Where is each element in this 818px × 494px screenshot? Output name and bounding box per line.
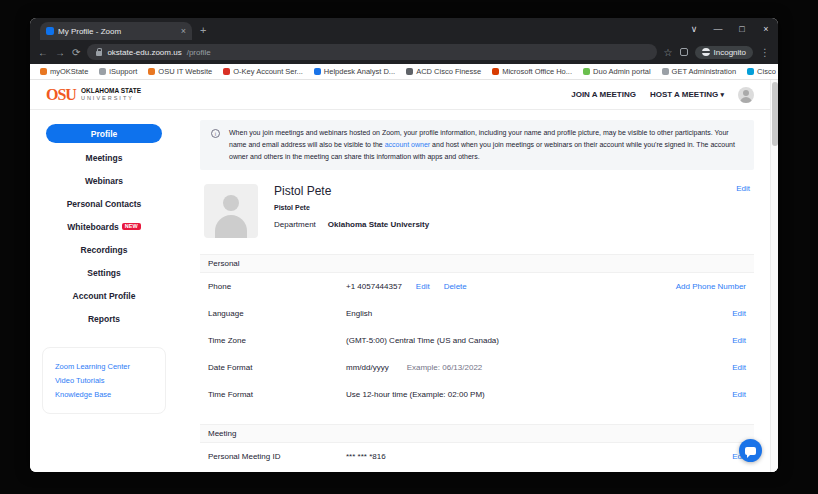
bookmark-item[interactable]: myOKState: [40, 67, 88, 76]
chat-help-button[interactable]: [739, 439, 762, 462]
bookmark-item[interactable]: Helpdesk Analyst D...: [314, 67, 395, 76]
phone-delete-link[interactable]: Delete: [444, 282, 467, 291]
sidebar-item-account-profile[interactable]: Account Profile: [30, 285, 178, 306]
tab-close-icon[interactable]: ×: [181, 27, 186, 36]
browser-toolbar: ← → ⟳ okstate-edu.zoom.us/profile ☆ Inco…: [30, 40, 778, 64]
bookmarks-bar: myOKState iSupport OSU IT Website O-Key …: [30, 64, 778, 80]
menu-kebab-icon[interactable]: ⋮: [760, 47, 770, 58]
department-label: Department: [274, 220, 316, 229]
osu-logo-name: OKLAHOMA STATE: [81, 87, 141, 95]
page-scrollbar[interactable]: [770, 80, 778, 472]
zoom-site-header: OSU OKLAHOMA STATE UNIVERSITY JOIN A MEE…: [30, 80, 770, 110]
bookmark-item[interactable]: OSU IT Website: [148, 67, 212, 76]
browser-tab[interactable]: My Profile - Zoom ×: [40, 22, 192, 40]
tab-search-icon[interactable]: ∨: [682, 18, 706, 40]
sidebar-item-meetings[interactable]: Meetings: [30, 147, 178, 168]
row-time-zone: Time Zone (GMT-5:00) Central Time (US an…: [200, 327, 754, 354]
user-avatar[interactable]: [738, 87, 754, 103]
bookmark-item[interactable]: O-Key Account Ser...: [223, 67, 303, 76]
reload-icon[interactable]: ⟳: [72, 47, 80, 58]
knowledge-base-link[interactable]: Knowledge Base: [55, 390, 153, 399]
section-header-meeting: Meeting: [200, 424, 754, 443]
row-phone: Phone +1 4057444357 Edit Delete Add Phon…: [200, 273, 754, 300]
bookmark-favicon-icon: [223, 68, 230, 75]
profile-main: i When you join meetings and webinars ho…: [178, 110, 770, 472]
extensions-icon[interactable]: [680, 48, 688, 56]
chat-icon: [745, 447, 756, 455]
join-a-meeting-link[interactable]: JOIN A MEETING: [571, 90, 636, 99]
bookmark-star-icon[interactable]: ☆: [664, 47, 673, 58]
pmi-masked-value: *** *** *816: [346, 452, 640, 461]
date-format-edit-link[interactable]: Edit: [732, 363, 746, 372]
language-edit-link[interactable]: Edit: [732, 309, 746, 318]
sidebar-item-settings[interactable]: Settings: [30, 262, 178, 283]
row-time-format: Time Format Use 12-hour time (Example: 0…: [200, 381, 754, 408]
bookmark-favicon-icon: [148, 68, 155, 75]
phone-value: +1 4057444357: [346, 282, 402, 291]
new-badge: NEW: [122, 223, 141, 231]
incognito-icon: [702, 48, 710, 56]
profile-name: Pistol Pete: [274, 184, 429, 198]
bookmark-favicon-icon: [583, 68, 590, 75]
maximize-button[interactable]: □: [730, 18, 754, 40]
profile-edit-link[interactable]: Edit: [736, 184, 750, 238]
sidebar-item-whiteboards[interactable]: Whiteboards NEW: [30, 216, 178, 237]
minimize-button[interactable]: —: [706, 18, 730, 40]
url-path: /profile: [187, 48, 211, 57]
forward-icon[interactable]: →: [55, 47, 65, 58]
row-language: Language English Edit: [200, 300, 754, 327]
zoom-learning-center-link[interactable]: Zoom Learning Center: [55, 362, 153, 371]
video-tutorials-link[interactable]: Video Tutorials: [55, 376, 153, 385]
pmi-url[interactable]: https://okstate-edu.zoom.us/j/*******816…: [346, 470, 640, 472]
scrollbar-thumb[interactable]: [772, 82, 778, 146]
new-tab-button[interactable]: +: [200, 25, 206, 36]
bookmark-favicon-icon: [662, 68, 669, 75]
privacy-banner: i When you join meetings and webinars ho…: [200, 120, 754, 170]
bookmark-item[interactable]: GET Administration: [662, 67, 736, 76]
time-format-edit-link[interactable]: Edit: [732, 390, 746, 399]
zoom-sidebar: Profile Meetings Webinars Personal Conta…: [30, 110, 178, 472]
bookmark-item[interactable]: Microsoft Office Ho...: [492, 67, 572, 76]
close-button[interactable]: ×: [754, 18, 778, 40]
sidebar-item-reports[interactable]: Reports: [30, 308, 178, 329]
profile-avatar[interactable]: [204, 184, 258, 238]
row-label: Phone: [208, 282, 346, 291]
bookmark-item[interactable]: Cisco Umbrella Mul...: [747, 67, 778, 76]
sidebar-item-webinars[interactable]: Webinars: [30, 170, 178, 191]
bookmark-item[interactable]: Duo Admin portal: [583, 67, 651, 76]
account-owner-link[interactable]: account owner: [385, 141, 431, 148]
time-zone-edit-link[interactable]: Edit: [732, 336, 746, 345]
lock-icon: [96, 51, 102, 56]
incognito-badge[interactable]: Incognito: [695, 46, 753, 59]
row-label: Time Zone: [208, 336, 346, 345]
sidebar-links-card: Zoom Learning Center Video Tutorials Kno…: [42, 347, 166, 414]
browser-window: My Profile - Zoom × + ∨ — □ × ← → ⟳ okst…: [30, 18, 778, 472]
time-zone-value: (GMT-5:00) Central Time (US and Canada): [346, 336, 499, 345]
profile-display-name: Pistol Pete: [274, 204, 429, 211]
bookmark-item[interactable]: iSupport: [99, 67, 137, 76]
department-value: Oklahoma State University: [328, 220, 429, 229]
row-label: Language: [208, 309, 346, 318]
bookmark-item[interactable]: ACD Cisco Finesse: [406, 67, 481, 76]
back-icon[interactable]: ←: [38, 47, 48, 58]
osu-logo-sub: UNIVERSITY: [81, 95, 141, 102]
bookmark-favicon-icon: [99, 68, 106, 75]
section-header-personal: Personal: [200, 254, 754, 273]
chevron-down-icon: ▾: [720, 91, 724, 98]
tab-title: My Profile - Zoom: [58, 27, 177, 36]
sidebar-item-profile[interactable]: Profile: [46, 124, 162, 143]
info-icon: i: [211, 129, 220, 138]
bookmark-favicon-icon: [314, 68, 321, 75]
incognito-label: Incognito: [714, 48, 746, 57]
host-a-meeting-link[interactable]: HOST A MEETING ▾: [650, 90, 724, 99]
sidebar-item-recordings[interactable]: Recordings: [30, 239, 178, 260]
phone-edit-link[interactable]: Edit: [416, 282, 430, 291]
add-phone-number-link[interactable]: Add Phone Number: [676, 282, 746, 291]
privacy-banner-text: When you join meetings and webinars host…: [229, 127, 743, 163]
sidebar-item-personal-contacts[interactable]: Personal Contacts: [30, 193, 178, 214]
address-bar[interactable]: okstate-edu.zoom.us/profile: [87, 44, 656, 60]
browser-titlebar: My Profile - Zoom × + ∨ — □ ×: [30, 18, 778, 40]
row-label: Date Format: [208, 363, 346, 372]
osu-logo[interactable]: OSU OKLAHOMA STATE UNIVERSITY: [46, 86, 141, 104]
url-host: okstate-edu.zoom.us: [107, 48, 181, 57]
